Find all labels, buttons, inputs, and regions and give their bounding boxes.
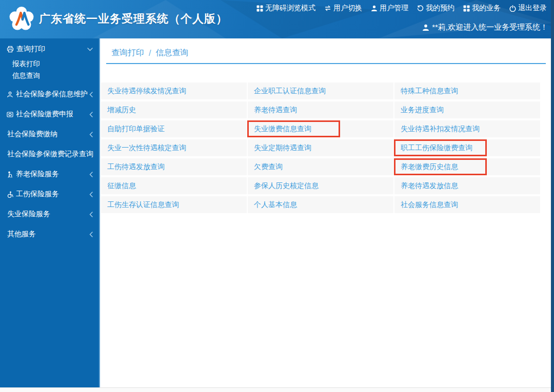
- sidebar-item-info-query[interactable]: 信息查询: [0, 70, 99, 81]
- sidebar-item-label: 其他服务: [7, 230, 89, 239]
- chevron-left-icon: [89, 172, 93, 177]
- query-link-cell[interactable]: 征缴信息: [101, 177, 247, 194]
- query-link-cell[interactable]: 增减历史: [101, 101, 247, 118]
- accessibility-grid-icon: [256, 5, 263, 12]
- query-link-cell-highlighted[interactable]: 养老缴费历史信息: [394, 158, 540, 175]
- query-link[interactable]: 征缴信息: [107, 181, 136, 191]
- query-link[interactable]: 业务进度查询: [401, 106, 444, 115]
- user-management-button[interactable]: 用户管理: [371, 4, 408, 13]
- sidebar-item-label: 社会保险参保信息维护: [16, 90, 89, 99]
- query-link[interactable]: 欠费查询: [254, 162, 283, 172]
- menu-label: 用户管理: [380, 4, 408, 13]
- breadcrumb-current[interactable]: 信息查询: [155, 48, 188, 58]
- welcome-message: **莉,欢迎进入统一业务受理系统！: [422, 23, 548, 32]
- query-link[interactable]: 失业一次性待遇核定查询: [107, 143, 186, 153]
- breadcrumb: 查询打印 / 信息查询: [106, 48, 546, 64]
- query-link-cell[interactable]: 工伤待遇发放查询: [101, 158, 247, 175]
- person-icon: [7, 91, 13, 98]
- sidebar-subitem-label: 信息查询: [12, 71, 40, 80]
- printer-icon: [7, 46, 14, 53]
- chevron-down-icon: [87, 48, 93, 51]
- menu-label: 我的业务: [472, 4, 501, 13]
- sidebar-item-label: 养老保险服务: [16, 170, 89, 179]
- sidebar-item-injury-service[interactable]: 工伤保险服务: [0, 185, 99, 203]
- query-link[interactable]: 工伤待遇发放查询: [107, 162, 165, 172]
- page: 广东省统一业务受理系统（个人版） 无障碍浏览模式 用户切换: [0, 0, 554, 392]
- query-link-cell[interactable]: 失业待遇补扣发情况查询: [394, 120, 540, 137]
- declare-icon: [7, 111, 13, 118]
- sidebar-item-label: 社会保险缴费申报: [16, 110, 89, 119]
- query-link[interactable]: 失业待遇补扣发情况查询: [401, 125, 480, 134]
- sidebar-item-payment-declare[interactable]: 社会保险缴费申报: [0, 106, 99, 123]
- query-link-cell-highlighted[interactable]: 失业缴费信息查询: [248, 120, 393, 137]
- history-icon: [417, 5, 424, 12]
- user-icon: [422, 24, 429, 31]
- query-link[interactable]: 增减历史: [107, 106, 136, 115]
- query-link[interactable]: 社会服务信息查询: [401, 200, 458, 210]
- query-link-cell[interactable]: 失业一次性待遇核定查询: [101, 139, 247, 156]
- vertical-scrollbar[interactable]: [551, 0, 554, 392]
- breadcrumb-parent[interactable]: 查询打印: [111, 48, 144, 58]
- my-appointments-button[interactable]: 我的预约: [417, 4, 454, 13]
- query-link[interactable]: 失业缴费信息查询: [254, 125, 311, 134]
- query-link-cell[interactable]: 个人基本信息: [248, 196, 393, 213]
- query-link-cell[interactable]: 业务进度查询: [394, 101, 540, 118]
- sidebar-item-pension-service[interactable]: 养老保险服务: [0, 166, 99, 183]
- switch-user-icon: [324, 5, 331, 11]
- query-link[interactable]: 养老缴费历史信息: [401, 162, 458, 172]
- query-link-cell[interactable]: 养老待遇发放信息: [394, 177, 540, 194]
- wheelchair-icon: [7, 191, 13, 198]
- sidebar-item-insurance-info-maintain[interactable]: 社会保险参保信息维护: [0, 86, 99, 103]
- sidebar-item-payment-record-query[interactable]: 社会保险参保缴费记录查询: [0, 146, 99, 163]
- my-business-button[interactable]: 我的业务: [463, 4, 501, 13]
- sidebar-item-report-print[interactable]: 报表打印: [0, 58, 99, 70]
- logout-button[interactable]: 退出登录: [509, 4, 547, 13]
- query-link[interactable]: 个人基本信息: [254, 200, 297, 210]
- query-link[interactable]: 参保人历史核定信息: [254, 181, 319, 191]
- query-link-cell[interactable]: 自助打印单据验证: [101, 120, 247, 137]
- menu-label: 无障碍浏览模式: [265, 4, 315, 13]
- app-logo-icon: [8, 6, 35, 32]
- query-link[interactable]: 工伤生存认证信息查询: [107, 200, 179, 210]
- query-link-cell[interactable]: 失业定期待遇查询: [248, 139, 393, 156]
- main-content: 查询打印 / 信息查询 失业待遇停续发情况查询 企业职工认证信息查询 特殊工种信…: [101, 38, 551, 392]
- query-link[interactable]: 特殊工种信息查询: [401, 87, 458, 96]
- grid-icon: [463, 5, 470, 12]
- query-link[interactable]: 养老待遇发放信息: [401, 181, 458, 191]
- query-link-cell[interactable]: 企业职工认证信息查询: [248, 82, 393, 99]
- chevron-left-icon: [89, 232, 93, 237]
- chevron-left-icon: [89, 132, 93, 137]
- query-link[interactable]: 失业待遇停续发情况查询: [107, 87, 186, 96]
- query-link[interactable]: 自助打印单据验证: [107, 125, 165, 134]
- query-link-cell-highlighted[interactable]: 职工工伤保险缴费查询: [394, 139, 540, 156]
- horizontal-scrollbar-track[interactable]: [0, 387, 554, 392]
- sidebar-item-fee-payment[interactable]: 社会保险费缴纳: [0, 126, 99, 143]
- elderly-icon: [7, 171, 13, 178]
- sidebar-item-other-service[interactable]: 其他服务: [0, 225, 99, 243]
- sidebar-subitem-label: 报表打印: [12, 59, 40, 69]
- sidebar-item-unemployment-service[interactable]: 失业保险服务: [0, 205, 99, 223]
- query-link-cell[interactable]: 工伤生存认证信息查询: [101, 196, 247, 213]
- menu-label: 我的预约: [426, 4, 454, 13]
- query-link[interactable]: 养老待遇查询: [254, 106, 297, 115]
- accessible-mode-button[interactable]: 无障碍浏览模式: [256, 4, 315, 13]
- query-link-cell[interactable]: 欠费查询: [248, 158, 393, 175]
- query-link-cell[interactable]: 失业待遇停续发情况查询: [101, 82, 247, 99]
- sidebar-item-query-print[interactable]: 查询打印: [0, 40, 99, 58]
- menu-label: 退出登录: [518, 4, 547, 13]
- switch-user-button[interactable]: 用户切换: [324, 4, 362, 13]
- query-link-cell[interactable]: 参保人历史核定信息: [248, 177, 393, 194]
- sidebar-item-label: 社会保险参保缴费记录查询: [7, 150, 93, 159]
- sidebar-item-label: 查询打印: [16, 45, 87, 54]
- query-link[interactable]: 企业职工认证信息查询: [254, 87, 326, 96]
- sidebar-item-label: 失业保险服务: [7, 210, 89, 219]
- chevron-left-icon: [89, 92, 93, 97]
- query-link-cell[interactable]: 养老待遇查询: [248, 101, 393, 118]
- sidebar-submenu: 报表打印 信息查询: [0, 58, 99, 81]
- menu-label: 用户切换: [333, 4, 362, 13]
- query-link[interactable]: 失业定期待遇查询: [254, 143, 311, 153]
- welcome-text: **莉,欢迎进入统一业务受理系统！: [432, 23, 548, 32]
- query-link[interactable]: 职工工伤保险缴费查询: [401, 143, 472, 153]
- query-link-cell[interactable]: 社会服务信息查询: [394, 196, 540, 213]
- query-link-cell[interactable]: 特殊工种信息查询: [394, 82, 540, 99]
